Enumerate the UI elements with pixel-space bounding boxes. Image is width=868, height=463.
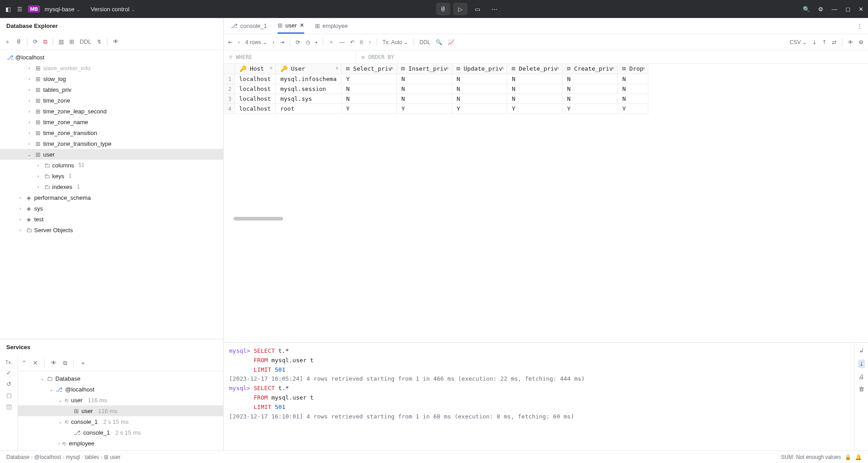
- folder-tool-icon[interactable]: ▭: [470, 3, 485, 15]
- undo-icon[interactable]: ↶: [350, 39, 355, 45]
- col-Drop[interactable]: ⊡ Drop⇅: [617, 64, 648, 74]
- tree-table-time_zone_transition[interactable]: ›⊞time_zone_transition: [0, 127, 223, 138]
- tree-root[interactable]: ⎇@localhost: [0, 52, 223, 63]
- first-page-icon[interactable]: ⇤: [228, 39, 233, 45]
- ddl-grid-button[interactable]: DDL: [419, 39, 430, 45]
- tree-table-time_zone_leap_second[interactable]: ›⊞time_zone_leap_second: [0, 106, 223, 117]
- col-Update_priv[interactable]: ⊡ Update_priv⇅: [452, 64, 507, 74]
- col-Create_priv[interactable]: ⊡ Create_priv⇅: [562, 64, 618, 74]
- stop-icon[interactable]: ⧉: [43, 38, 47, 45]
- crumb-user[interactable]: ⊞ user: [104, 454, 121, 460]
- tree-server-objects[interactable]: ›🗀Server Objects: [0, 225, 223, 235]
- tab-user[interactable]: ⊞user✕: [278, 18, 304, 34]
- tree-table-tables_priv[interactable]: ›⊞tables_priv: [0, 84, 223, 95]
- col-User[interactable]: 🔑 User⇅: [275, 64, 341, 74]
- tree-table-user[interactable]: ⌄⊞user: [0, 149, 223, 160]
- last-page-icon[interactable]: ⇥: [280, 39, 284, 45]
- collapse-icon[interactable]: ⌃: [22, 360, 27, 366]
- close-icon[interactable]: ✕: [859, 6, 864, 13]
- check-icon[interactable]: ✓: [6, 369, 11, 376]
- history-icon[interactable]: ↺: [6, 381, 11, 387]
- eye-icon[interactable]: 👁: [113, 38, 119, 45]
- svc-child-user[interactable]: ⊞ user116 ms: [18, 405, 223, 416]
- rows-dropdown[interactable]: 4 rows ⌄: [245, 39, 267, 45]
- table-row[interactable]: 3localhostmysql.sysNNNNNN: [224, 94, 648, 103]
- prev-page-icon[interactable]: ‹: [238, 39, 240, 45]
- add-icon[interactable]: ＋: [4, 38, 10, 46]
- remove-row-icon[interactable]: —: [339, 39, 345, 45]
- col-Insert_priv[interactable]: ⊡ Insert_priv⇅: [396, 64, 452, 74]
- console-output[interactable]: mysql> SELECT t.* FROM mysql.user t LIMI…: [224, 343, 855, 450]
- close-svc-icon[interactable]: ✕: [33, 360, 38, 366]
- maximize-icon[interactable]: ◻: [846, 6, 850, 13]
- tab-console_1[interactable]: ⎇console_1: [231, 18, 267, 34]
- tree-columns[interactable]: ›🗀columns51: [0, 160, 223, 171]
- square-icon[interactable]: ▢: [6, 392, 12, 399]
- tree-schema-test[interactable]: ›◈test: [0, 214, 223, 225]
- bell-icon[interactable]: 🔔: [855, 454, 862, 460]
- tree-keys[interactable]: ›🗀keys1: [0, 171, 223, 181]
- tab-menu-icon[interactable]: ⋮: [857, 22, 863, 29]
- gear-grid-icon[interactable]: ⚙: [859, 39, 864, 45]
- export-icon[interactable]: ⤓: [812, 39, 817, 45]
- crumb-mysql[interactable]: mysql: [66, 454, 80, 460]
- lock-icon[interactable]: 🔒: [845, 454, 851, 460]
- svc-console_1[interactable]: ⌄ ⎋ console_12 s 15 ms: [18, 416, 223, 427]
- col-Select_priv[interactable]: ⊡ Select_priv⇅: [342, 64, 397, 74]
- transpose-icon[interactable]: ⇄: [832, 39, 837, 45]
- svc-user[interactable]: ⌄ ⎋ user116 ms: [18, 395, 223, 405]
- svc-child-console_1[interactable]: ⎇ console_12 s 15 ms: [18, 427, 223, 438]
- menu-icon[interactable]: ☰: [16, 5, 23, 13]
- chart-icon[interactable]: 📈: [448, 39, 454, 45]
- copy-svc-icon[interactable]: ⧉: [63, 360, 67, 367]
- print-icon[interactable]: 🖨: [859, 373, 864, 380]
- database-tool-icon[interactable]: 🛢: [436, 3, 450, 15]
- col-Delete_priv[interactable]: ⊡ Delete_priv⇅: [507, 64, 562, 74]
- refresh-icon[interactable]: ⟳: [33, 38, 38, 45]
- add-svc-icon[interactable]: ＋: [80, 359, 86, 367]
- tree-table-time_zone[interactable]: ›⊞time_zone: [0, 95, 223, 106]
- stop-grid-icon[interactable]: ▪: [315, 39, 317, 45]
- project-name[interactable]: mysql-base⌄: [45, 6, 80, 13]
- where-filter[interactable]: ▽ WHERE: [224, 50, 356, 63]
- trash-icon[interactable]: 🗑: [859, 386, 864, 392]
- crumb-Database[interactable]: Database: [6, 454, 29, 460]
- horizontal-scrollbar[interactable]: [234, 217, 283, 220]
- jump-icon[interactable]: ↯: [97, 38, 102, 45]
- csv-dropdown[interactable]: CSV ⌄: [790, 39, 807, 45]
- submit-icon[interactable]: ↑: [369, 39, 371, 45]
- tree-table-time_zone_name[interactable]: ›⊞time_zone_name: [0, 117, 223, 127]
- more-tools-icon[interactable]: ⋯: [487, 3, 502, 15]
- search-icon[interactable]: 🔍: [803, 6, 810, 13]
- tree-indexes[interactable]: ›🗀indexes1: [0, 181, 223, 192]
- run-tool-icon[interactable]: ▷: [453, 3, 468, 15]
- orderby-filter[interactable]: ≡ ORDER BY: [356, 50, 868, 63]
- svc-database[interactable]: ⌄ 🗀 Database: [18, 373, 223, 384]
- tree-table-time_zone_transition_type[interactable]: ›⊞time_zone_transition_type: [0, 138, 223, 149]
- table-row[interactable]: 4localhostrootYYYYYY: [224, 103, 648, 113]
- tree-schema-performance_schema[interactable]: ›◈performance_schema: [0, 192, 223, 203]
- table-row[interactable]: 2localhostmysql.sessionNNNNNN: [224, 84, 648, 94]
- diagram-icon[interactable]: ▥: [58, 38, 64, 45]
- data-grid[interactable]: 🔑 Host⇅🔑 User⇅⊡ Select_priv⇅⊡ Insert_pri…: [224, 64, 868, 342]
- ddl-button[interactable]: DDL: [80, 38, 91, 45]
- crumb-@localhost[interactable]: @localhost: [34, 454, 61, 460]
- tab-employee[interactable]: ⊞employee: [315, 18, 348, 34]
- table-row[interactable]: 1localhostmysql.infoschemaYNNNNN: [224, 74, 648, 84]
- close-tab-icon[interactable]: ✕: [300, 22, 304, 28]
- tx-dropdown[interactable]: Tx: Auto ⌄: [382, 39, 408, 45]
- db-tree[interactable]: ⎇@localhost ›⊞slave_worker_info›⊞slow_lo…: [0, 50, 223, 339]
- search-grid-icon[interactable]: 🔍: [436, 39, 442, 45]
- scroll-icon[interactable]: ⤓: [858, 360, 865, 368]
- add-row-icon[interactable]: ＋: [328, 38, 334, 46]
- reload-icon[interactable]: ⟳: [296, 39, 300, 45]
- commit-icon[interactable]: ⎘: [360, 39, 363, 45]
- wrap-icon[interactable]: ↲: [859, 347, 864, 354]
- clock-icon[interactable]: ◷: [306, 39, 310, 45]
- vcs-menu[interactable]: Version control⌄: [91, 6, 135, 13]
- settings-icon[interactable]: ⚙: [818, 6, 823, 13]
- svc-localhost[interactable]: ⌄ ⎇ @localhost: [18, 384, 223, 395]
- view-icon[interactable]: 👁: [848, 39, 853, 45]
- next-page-icon[interactable]: ›: [273, 39, 274, 45]
- table-icon[interactable]: ⊞: [69, 38, 74, 45]
